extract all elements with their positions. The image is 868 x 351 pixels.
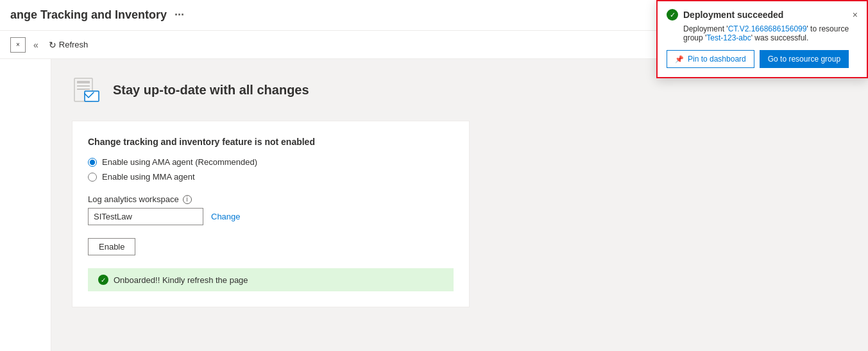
page-title-text: ange Tracking and Inventory <box>10 8 167 22</box>
feature-not-enabled-text: Change tracking and inventory feature is… <box>88 137 454 147</box>
content-area: Stay up-to-date with all changes Change … <box>51 59 868 351</box>
success-check-icon: ✓ <box>98 275 108 285</box>
toast-body-prefix: Deployment ' <box>683 24 728 33</box>
svg-rect-1 <box>77 81 90 83</box>
toast-actions: 📌 Pin to dashboard Go to resource group <box>667 50 858 68</box>
hero-section: Stay up-to-date with all changes <box>72 74 847 105</box>
svg-rect-2 <box>77 85 90 87</box>
svg-rect-3 <box>77 89 90 90</box>
toast-resource-group-link[interactable]: Test-123-abc <box>706 33 751 42</box>
main-content: Stay up-to-date with all changes Change … <box>0 59 868 351</box>
refresh-label: Refresh <box>59 40 89 49</box>
workspace-input[interactable] <box>88 208 203 225</box>
toast-deployment-link[interactable]: CT.V2.1668686156099 <box>728 24 807 33</box>
feature-card: Change tracking and inventory feature is… <box>72 121 470 307</box>
go-to-resource-group-button[interactable]: Go to resource group <box>760 50 849 68</box>
workspace-label-text: Log analytics workspace <box>88 194 179 204</box>
chevron-left-icon[interactable]: « <box>33 40 38 50</box>
pin-to-dashboard-button[interactable]: 📌 Pin to dashboard <box>667 50 754 68</box>
toast-title: Deployment succeeded <box>683 10 783 20</box>
radio-group: Enable using AMA agent (Recommended) Ena… <box>88 157 454 182</box>
radio-mma[interactable]: Enable using MMA agent <box>88 172 454 182</box>
refresh-icon: ↻ <box>49 40 56 50</box>
toast-close-button[interactable]: × <box>853 10 858 19</box>
radio-ama-label: Enable using AMA agent (Recommended) <box>102 157 257 167</box>
toast-header: ✓ Deployment succeeded × <box>667 9 858 21</box>
info-icon[interactable]: i <box>183 195 192 204</box>
toast-success-icon: ✓ <box>667 9 678 21</box>
enable-button[interactable]: Enable <box>88 238 135 255</box>
hero-icon <box>72 74 103 105</box>
pin-label: Pin to dashboard <box>688 55 746 64</box>
sidebar <box>0 59 51 351</box>
toast-title-row: ✓ Deployment succeeded <box>667 9 783 21</box>
pin-icon: 📌 <box>675 55 684 64</box>
hero-title: Stay up-to-date with all changes <box>113 83 309 98</box>
success-message: Onboarded!! Kindly refresh the page <box>114 275 248 285</box>
radio-mma-input[interactable] <box>88 173 97 182</box>
change-link[interactable]: Change <box>211 212 241 221</box>
refresh-button[interactable]: ↻ Refresh <box>44 37 94 53</box>
notification-toast: ✓ Deployment succeeded × Deployment 'CT.… <box>656 0 868 78</box>
radio-ama-input[interactable] <box>88 158 97 167</box>
close-button[interactable]: × <box>10 37 26 53</box>
toast-body-suffix: ' was successful. <box>751 33 809 42</box>
workspace-label: Log analytics workspace i <box>88 194 454 204</box>
ellipsis-button[interactable]: ··· <box>172 7 187 23</box>
page-title: ange Tracking and Inventory ··· <box>10 7 187 23</box>
success-banner: ✓ Onboarded!! Kindly refresh the page <box>88 268 454 291</box>
radio-ama[interactable]: Enable using AMA agent (Recommended) <box>88 157 454 167</box>
workspace-row: Change <box>88 208 454 225</box>
page-wrapper: ange Tracking and Inventory ··· × « ↻ Re… <box>0 0 868 351</box>
radio-mma-label: Enable using MMA agent <box>102 172 195 182</box>
toast-body: Deployment 'CT.V2.1668686156099' to reso… <box>667 24 858 42</box>
